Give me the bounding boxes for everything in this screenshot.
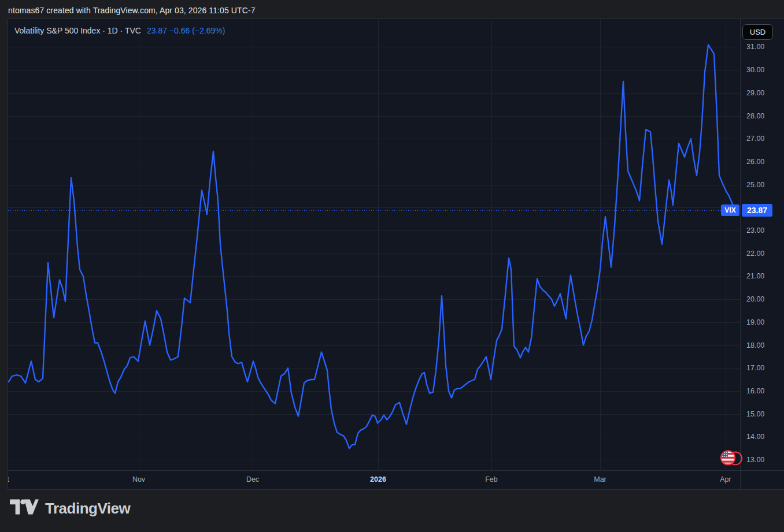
price-axis-label: 15.00 [746,410,764,419]
price-axis-label: 22.00 [746,249,764,258]
time-axis[interactable]: OctNovDec2026FebMarApr [8,470,740,489]
price-axis-label: 29.00 [746,88,764,98]
price-axis[interactable]: USD 23.87 31.0030.0029.0028.0027.0026.00… [740,19,784,470]
price-axis-label: 14.00 [746,432,764,441]
currency-button[interactable]: USD [742,24,773,40]
series-tag: VIX [721,204,739,216]
price-axis-label: 23.00 [746,226,764,235]
tradingview-logo-text[interactable]: TradingView [45,500,130,518]
us-flag-icon[interactable] [719,449,744,469]
price-axis-label: 28.00 [746,111,764,121]
time-axis-label: Mar [594,475,607,483]
chart-legend[interactable]: Volatility S&P 500 Index · 1D · TVC23.87… [14,26,225,35]
price-axis-label: 31.00 [746,42,764,51]
price-axis-label: 21.00 [746,271,764,281]
price-axis-label: 18.00 [746,341,764,350]
attribution-text: ntomas67 created with TradingView.com, A… [8,6,256,15]
price-axis-label: 16.00 [746,386,764,396]
chart-container: Volatility S&P 500 Index · 1D · TVC23.87… [8,18,784,490]
legend-price-values: 23.87 −0.66 (−2.69%) [147,26,225,35]
vix-price-line[interactable] [9,44,736,448]
axis-corner [740,470,784,489]
screenshot-root: ntomas67 created with TradingView.com, A… [0,0,784,532]
price-axis-label: 13.00 [746,455,764,464]
symbol-title: Volatility S&P 500 Index · 1D · TVC [14,26,141,35]
price-axis-label: 30.00 [746,65,764,75]
price-axis-label: 26.00 [746,157,764,166]
time-axis-label: 2026 [370,475,386,483]
price-chart-pane[interactable]: Volatility S&P 500 Index · 1D · TVC23.87… [8,19,740,470]
chart-canvas[interactable] [8,19,740,470]
price-axis-label: 27.00 [746,134,764,143]
price-axis-label: 17.00 [746,363,764,373]
time-axis-label: Dec [246,475,259,483]
time-axis-label: Nov [132,475,145,483]
tradingview-logo-mark[interactable] [10,499,39,518]
time-axis-label: Oct [8,475,9,483]
last-price-badge: 23.87 [742,204,772,217]
footer: TradingView [10,499,130,518]
price-axis-label: 20.00 [746,295,764,304]
price-axis-label: 19.00 [746,318,764,327]
price-axis-label: 25.00 [746,180,764,189]
time-axis-label: Feb [485,475,498,483]
time-axis-label: Apr [720,475,731,483]
